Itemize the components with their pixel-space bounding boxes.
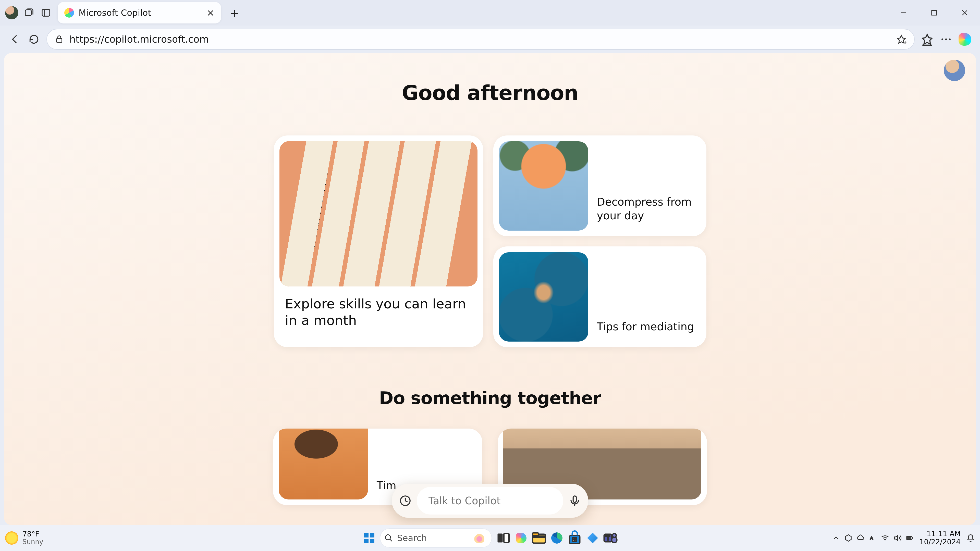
card-caption: Explore skills you can learn in a month	[280, 286, 477, 337]
svg-text:A: A	[870, 535, 873, 541]
file-explorer-icon[interactable]	[531, 530, 547, 546]
taskbar-search[interactable]: Search	[380, 528, 492, 548]
card-image-hand-water	[499, 252, 588, 341]
onedrive-tray-icon[interactable]	[856, 534, 865, 542]
chat-input[interactable]	[428, 495, 552, 507]
svg-rect-27	[575, 537, 576, 539]
svg-rect-29	[575, 540, 576, 541]
new-tab-button[interactable]: +	[228, 6, 242, 20]
show-hidden-icons[interactable]	[832, 534, 840, 542]
edge-app-icon[interactable]	[549, 530, 565, 546]
svg-rect-4	[932, 11, 937, 15]
window-controls	[888, 0, 980, 25]
svg-point-36	[885, 540, 885, 541]
svg-rect-28	[573, 540, 574, 541]
add-favorite-icon[interactable]: +	[896, 34, 907, 44]
card-image-piano	[280, 141, 477, 286]
window-titlebar: Microsoft Copilot × +	[0, 0, 980, 25]
site-info-icon[interactable]	[55, 35, 64, 44]
svg-marker-37	[894, 535, 897, 540]
svg-point-18	[385, 535, 390, 540]
favorites-icon[interactable]	[921, 33, 934, 46]
copilot-taskbar-icon[interactable]	[585, 530, 600, 546]
weather-temperature: 78°F	[22, 530, 43, 538]
svg-point-12	[942, 38, 943, 40]
svg-point-13	[945, 38, 947, 40]
wifi-tray-icon[interactable]	[881, 534, 889, 542]
windows-taskbar: 78°F Sunny Search T A 11:	[0, 525, 980, 551]
search-placeholder: Search	[397, 533, 469, 543]
vertical-tabs-icon[interactable]	[41, 8, 51, 18]
address-bar[interactable]: https://copilot.microsoft.com +	[46, 29, 915, 50]
section-heading: Do something together	[4, 388, 976, 408]
language-tray-icon[interactable]: A	[869, 534, 877, 542]
tab-title: Microsoft Copilot	[79, 8, 202, 18]
svg-marker-34	[845, 535, 851, 541]
clock-time: 11:11 AM	[920, 530, 961, 538]
back-button[interactable]	[9, 33, 21, 46]
svg-marker-10	[922, 35, 932, 44]
page-body: Good afternoon Explore skills you can le…	[4, 53, 976, 525]
clock-date: 10/22/2024	[920, 538, 961, 546]
svg-rect-33	[612, 537, 617, 543]
copilot-app-icon[interactable]	[514, 530, 529, 546]
refresh-button[interactable]	[27, 33, 40, 46]
svg-rect-21	[504, 534, 509, 543]
suggestion-card-small[interactable]: Decompress from your day	[493, 135, 706, 236]
card-image-runner	[279, 429, 368, 499]
svg-rect-7	[57, 38, 62, 42]
weather-condition: Sunny	[22, 538, 43, 546]
browser-toolbar: https://copilot.microsoft.com +	[0, 25, 980, 53]
url-text: https://copilot.microsoft.com	[69, 34, 891, 45]
copilot-tray-icon[interactable]	[844, 534, 853, 542]
chat-composer	[392, 484, 588, 518]
svg-text:+: +	[904, 40, 907, 44]
svg-rect-23	[533, 533, 538, 535]
svg-rect-40	[907, 537, 912, 539]
windows-logo-icon	[364, 533, 374, 543]
microphone-icon[interactable]	[568, 494, 581, 507]
browser-tab[interactable]: Microsoft Copilot ×	[58, 2, 221, 24]
sun-icon	[5, 531, 18, 545]
copilot-sidebar-icon[interactable]	[959, 33, 971, 46]
suggestion-card-small[interactable]: Tips for mediating	[493, 246, 706, 347]
svg-rect-20	[498, 534, 503, 543]
search-icon	[384, 534, 393, 542]
svg-rect-16	[573, 496, 576, 502]
svg-line-19	[390, 539, 392, 541]
taskbar-clock[interactable]: 11:11 AM 10/22/2024	[920, 530, 961, 546]
card-caption: Decompress from your day	[597, 195, 701, 230]
start-button[interactable]	[362, 531, 376, 545]
user-avatar[interactable]	[944, 60, 965, 81]
history-icon[interactable]	[399, 494, 412, 507]
battery-tray-icon[interactable]	[905, 534, 914, 542]
suggestion-card-large[interactable]: Explore skills you can learn in a month	[274, 135, 483, 347]
minimize-button[interactable]	[888, 0, 919, 25]
close-window-button[interactable]	[950, 0, 980, 25]
card-image-popsicle	[499, 141, 588, 230]
svg-rect-1	[42, 10, 50, 16]
svg-point-14	[949, 38, 951, 40]
teams-app-icon[interactable]: T	[603, 530, 618, 546]
maximize-button[interactable]	[919, 0, 950, 25]
suggestion-cards-row: Explore skills you can learn in a month …	[4, 135, 976, 347]
task-view-icon[interactable]	[496, 530, 511, 546]
store-app-icon[interactable]	[567, 530, 582, 546]
close-tab-icon[interactable]: ×	[207, 8, 215, 17]
workspaces-icon[interactable]	[24, 8, 34, 18]
svg-rect-26	[573, 537, 574, 539]
weather-widget[interactable]: 78°F Sunny	[5, 530, 43, 545]
svg-rect-24	[533, 536, 546, 537]
svg-rect-39	[912, 537, 913, 539]
greeting-heading: Good afternoon	[4, 81, 976, 105]
copilot-favicon	[64, 8, 74, 17]
search-highlight-icon	[473, 533, 486, 543]
settings-menu-icon[interactable]	[940, 33, 953, 46]
profile-avatar[interactable]	[5, 6, 18, 19]
volume-tray-icon[interactable]	[893, 534, 902, 542]
card-caption: Tips for mediating	[597, 320, 694, 341]
svg-rect-0	[25, 10, 31, 16]
svg-text:T: T	[606, 535, 610, 541]
notifications-tray-icon[interactable]	[966, 534, 975, 542]
